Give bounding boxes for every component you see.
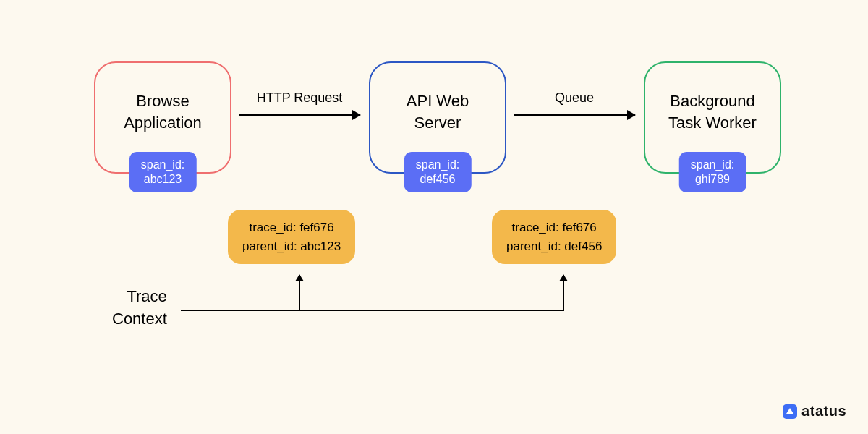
node-api-label: API Web Server (370, 90, 505, 133)
trace-context-label: Trace Context (112, 286, 167, 331)
arrow-http (239, 114, 360, 116)
arrow-http-label: HTTP Request (257, 90, 343, 106)
diagram-canvas: Browse Application span_id: abc123 HTTP … (0, 0, 868, 434)
bracket-arrow-right (563, 275, 564, 310)
node-api-web-server: API Web Server span_id: def456 (369, 61, 506, 174)
node-background-worker: Background Task Worker span_id: ghi789 (644, 61, 781, 174)
trace-context-right: trace_id: fef676 parent_id: def456 (492, 210, 616, 264)
arrow-queue-label: Queue (555, 90, 594, 106)
span-badge-worker: span_id: ghi789 (679, 152, 746, 192)
bracket-horizontal (181, 310, 564, 311)
node-worker-label: Background Task Worker (645, 90, 780, 133)
span-badge-browse: span_id: abc123 (129, 152, 197, 192)
node-browse-application: Browse Application span_id: abc123 (94, 61, 231, 174)
node-browse-label: Browse Application (95, 90, 230, 133)
bracket-arrow-left (299, 275, 300, 310)
span-badge-api: span_id: def456 (404, 152, 472, 192)
brand-logo: atatus (783, 403, 846, 420)
trace-context-left: trace_id: fef676 parent_id: abc123 (228, 210, 355, 264)
brand-text: atatus (801, 403, 846, 420)
atatus-icon (783, 404, 797, 419)
arrow-queue (514, 114, 635, 116)
